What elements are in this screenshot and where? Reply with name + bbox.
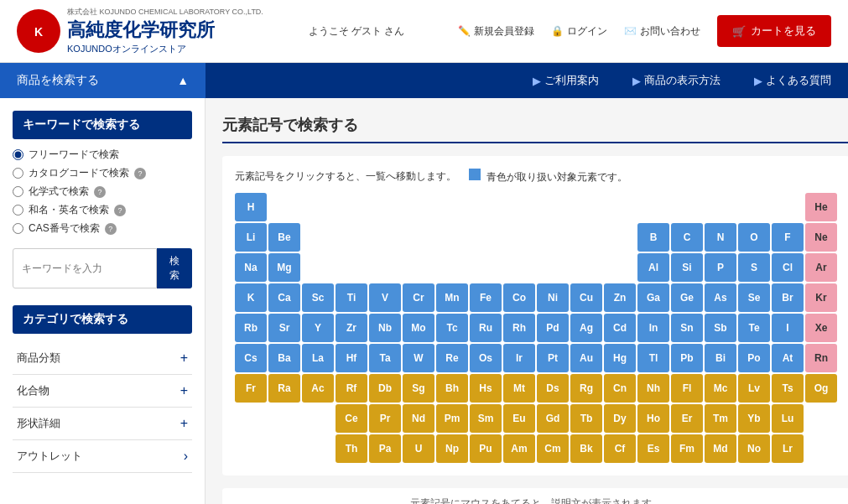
element-zn[interactable]: Zn [604, 283, 636, 312]
element-cl[interactable]: Cl [772, 253, 804, 282]
element-na[interactable]: Na [235, 253, 267, 282]
element-ac[interactable]: Ac [302, 374, 334, 403]
register-link[interactable]: ✏️ 新規会員登録 [458, 24, 534, 39]
element-rb[interactable]: Rb [235, 314, 267, 342]
element-cn[interactable]: Cn [604, 374, 636, 403]
element-og[interactable]: Og [805, 374, 837, 403]
nav-guide-link[interactable]: ▶ ご利用案内 [516, 63, 616, 98]
element-lu[interactable]: Lu [772, 404, 804, 433]
element-fr[interactable]: Fr [235, 374, 267, 403]
element-ir[interactable]: Ir [503, 344, 535, 372]
element-as[interactable]: As [705, 283, 736, 312]
element-ca[interactable]: Ca [268, 283, 300, 312]
element-pr[interactable]: Pr [369, 404, 401, 433]
element-fe[interactable]: Fe [470, 283, 502, 312]
element-rf[interactable]: Rf [336, 374, 367, 403]
category-item-product[interactable]: 商品分類 + [13, 342, 192, 375]
element-sr[interactable]: Sr [268, 314, 300, 342]
element-k[interactable]: K [235, 283, 267, 312]
element-po[interactable]: Po [738, 344, 770, 372]
element-mn[interactable]: Mn [436, 283, 468, 312]
element-la[interactable]: La [302, 344, 334, 372]
element-mt[interactable]: Mt [503, 374, 535, 403]
element-tm[interactable]: Tm [705, 404, 736, 433]
element-ag[interactable]: Ag [570, 314, 602, 342]
element-er[interactable]: Er [671, 404, 703, 433]
element-i[interactable]: I [772, 314, 804, 342]
search-button[interactable]: 検索 [157, 248, 192, 288]
element-lr[interactable]: Lr [772, 434, 804, 463]
element-cr[interactable]: Cr [403, 283, 434, 312]
element-u[interactable]: U [403, 434, 434, 463]
element-co[interactable]: Co [503, 283, 535, 312]
element-eu[interactable]: Eu [503, 404, 535, 433]
element-dy[interactable]: Dy [604, 404, 636, 433]
element-th[interactable]: Th [336, 434, 367, 463]
element-no[interactable]: No [738, 434, 770, 463]
element-cu[interactable]: Cu [570, 283, 602, 312]
radio-chemical[interactable]: 化学式で検索 ? [13, 184, 192, 199]
element-cf[interactable]: Cf [604, 434, 636, 463]
element-am[interactable]: Am [503, 434, 535, 463]
element-te[interactable]: Te [738, 314, 770, 342]
login-link[interactable]: 🔒 ログイン [551, 24, 607, 39]
element-ds[interactable]: Ds [537, 374, 569, 403]
category-item-outlet[interactable]: アウトレット › [13, 440, 192, 473]
element-ta[interactable]: Ta [369, 344, 401, 372]
element-c[interactable]: C [671, 223, 703, 252]
element-cd[interactable]: Cd [604, 314, 636, 342]
element-lv[interactable]: Lv [738, 374, 770, 403]
element-yb[interactable]: Yb [738, 404, 770, 433]
element-o[interactable]: O [738, 223, 770, 252]
element-kr[interactable]: Kr [805, 283, 837, 312]
element-bh[interactable]: Bh [436, 374, 468, 403]
category-item-compound[interactable]: 化合物 + [13, 375, 192, 408]
element-ba[interactable]: Ba [268, 344, 300, 372]
element-cm[interactable]: Cm [537, 434, 569, 463]
element-rg[interactable]: Rg [570, 374, 602, 403]
element-gd[interactable]: Gd [537, 404, 569, 433]
element-ru[interactable]: Ru [470, 314, 502, 342]
element-pa[interactable]: Pa [369, 434, 401, 463]
element-re[interactable]: Re [436, 344, 468, 372]
element-v[interactable]: V [369, 283, 401, 312]
element-sc[interactable]: Sc [302, 283, 334, 312]
element-h[interactable]: H [235, 193, 267, 221]
radio-cas[interactable]: CAS番号で検索 ? [13, 221, 192, 236]
radio-name[interactable]: 和名・英名で検索 ? [13, 203, 192, 217]
element-f[interactable]: F [772, 223, 804, 252]
element-al[interactable]: Al [637, 253, 669, 282]
element-mc[interactable]: Mc [705, 374, 736, 403]
element-tl[interactable]: Tl [637, 344, 669, 372]
element-pt[interactable]: Pt [537, 344, 569, 372]
element-tc[interactable]: Tc [436, 314, 468, 342]
element-db[interactable]: Db [369, 374, 401, 403]
radio-catalog[interactable]: カタログコードで検索 ? [13, 166, 192, 180]
category-item-shape[interactable]: 形状詳細 + [13, 408, 192, 440]
element-ho[interactable]: Ho [637, 404, 669, 433]
element-ge[interactable]: Ge [671, 283, 703, 312]
element-pd[interactable]: Pd [537, 314, 569, 342]
element-sg[interactable]: Sg [403, 374, 434, 403]
element-hg[interactable]: Hg [604, 344, 636, 372]
contact-link[interactable]: ✉️ お問い合わせ [624, 24, 700, 39]
element-in[interactable]: In [637, 314, 669, 342]
element-es[interactable]: Es [637, 434, 669, 463]
element-md[interactable]: Md [705, 434, 736, 463]
element-mo[interactable]: Mo [403, 314, 434, 342]
element-ga[interactable]: Ga [637, 283, 669, 312]
element-se[interactable]: Se [738, 283, 770, 312]
element-xe[interactable]: Xe [805, 314, 837, 342]
element-zr[interactable]: Zr [336, 314, 367, 342]
element-rn[interactable]: Rn [805, 344, 837, 372]
element-ar[interactable]: Ar [805, 253, 837, 282]
element-fl[interactable]: Fl [671, 374, 703, 403]
radio-freeword[interactable]: フリーワードで検索 [13, 148, 192, 162]
keyword-input[interactable] [13, 248, 157, 288]
element-w[interactable]: W [403, 344, 434, 372]
element-fm[interactable]: Fm [671, 434, 703, 463]
element-he[interactable]: He [805, 193, 837, 221]
element-ce[interactable]: Ce [336, 404, 367, 433]
element-ne[interactable]: Ne [805, 223, 837, 252]
element-n[interactable]: N [705, 223, 736, 252]
